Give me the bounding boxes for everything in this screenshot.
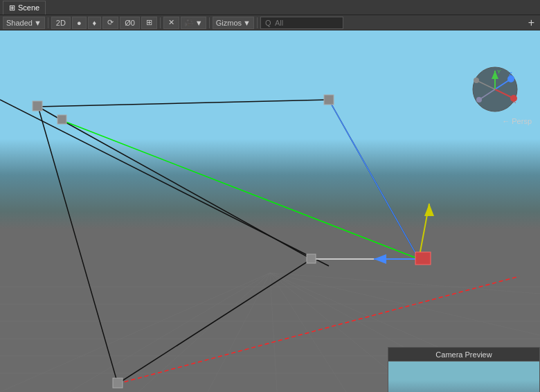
divider-4 bbox=[257, 17, 258, 28]
svg-marker-17 bbox=[38, 107, 312, 384]
svg-marker-29 bbox=[374, 254, 386, 264]
shading-chevron-icon: ▼ bbox=[34, 19, 42, 27]
transform-button[interactable]: ✕ bbox=[163, 17, 179, 29]
shading-dropdown[interactable]: Shaded ▼ bbox=[3, 17, 45, 29]
camera-dropdown[interactable]: 🎥 ▼ bbox=[181, 17, 206, 29]
svg-point-47 bbox=[476, 97, 482, 103]
scene-tab-label: Scene bbox=[18, 3, 39, 12]
svg-rect-32 bbox=[57, 115, 66, 124]
scene-toolbar: Shaded ▼ 2D ● ♦ ⟳ Ø0 ⊞ ✕ 🎥 ▼ Gizmos ▼ + bbox=[0, 15, 540, 30]
scene-overlay bbox=[0, 30, 540, 392]
svg-line-8 bbox=[138, 273, 270, 392]
orientation-gizmo[interactable]: Z Y X bbox=[471, 65, 519, 114]
light-tool-button[interactable]: ● bbox=[72, 17, 87, 29]
camera-preview-panel: Camera Preview bbox=[388, 347, 540, 392]
svg-line-7 bbox=[69, 273, 270, 392]
camera-icon: 🎥 bbox=[184, 18, 194, 27]
grid-tool-button[interactable]: ⊞ bbox=[141, 17, 157, 29]
shading-label: Shaded bbox=[6, 19, 33, 27]
divider-3 bbox=[209, 17, 210, 28]
svg-line-18 bbox=[0, 100, 329, 266]
camera-chevron-icon: ▼ bbox=[195, 19, 203, 27]
svg-line-11 bbox=[270, 273, 346, 392]
grid-icon: ⊞ bbox=[9, 3, 15, 12]
svg-line-26 bbox=[419, 204, 429, 259]
scene-tab-bar: ⊞ Scene bbox=[0, 0, 540, 15]
gizmos-dropdown[interactable]: Gizmos ▼ bbox=[213, 17, 254, 29]
gizmos-label: Gizmos bbox=[216, 19, 242, 27]
mode-2d-button[interactable]: 2D bbox=[51, 17, 71, 29]
svg-rect-30 bbox=[415, 252, 431, 265]
svg-rect-34 bbox=[307, 254, 316, 263]
svg-text:Z: Z bbox=[509, 71, 512, 77]
perspective-label: ← Persp bbox=[502, 117, 532, 125]
search-input[interactable] bbox=[260, 17, 343, 29]
svg-line-9 bbox=[208, 273, 270, 392]
svg-rect-33 bbox=[324, 95, 334, 105]
svg-point-49 bbox=[474, 78, 479, 83]
svg-rect-35 bbox=[113, 378, 123, 388]
camera-preview-content bbox=[388, 362, 539, 392]
divider-1 bbox=[48, 17, 48, 28]
render-tool-button[interactable]: Ø0 bbox=[120, 17, 140, 29]
divider-2 bbox=[160, 17, 161, 28]
effects-tool-button[interactable]: ⟳ bbox=[102, 17, 118, 29]
scene-viewport[interactable]: Z Y X ← Persp Camera Preview bbox=[0, 30, 540, 392]
svg-rect-31 bbox=[33, 101, 42, 111]
gizmos-chevron-icon: ▼ bbox=[243, 19, 251, 27]
svg-text:X: X bbox=[512, 98, 516, 105]
mode-2d-label: 2D bbox=[56, 19, 66, 27]
add-panel-button[interactable]: + bbox=[525, 17, 537, 29]
scene-tab[interactable]: ⊞ Scene bbox=[3, 1, 46, 15]
svg-marker-27 bbox=[424, 204, 434, 216]
svg-line-22 bbox=[62, 121, 419, 259]
svg-line-23 bbox=[329, 100, 419, 259]
svg-line-16 bbox=[270, 273, 540, 294]
audio-tool-button[interactable]: ♦ bbox=[88, 17, 102, 29]
svg-line-19 bbox=[38, 100, 329, 107]
svg-line-10 bbox=[270, 273, 277, 392]
svg-line-15 bbox=[270, 273, 540, 335]
svg-line-6 bbox=[0, 273, 270, 392]
svg-text:Y: Y bbox=[497, 69, 501, 75]
camera-preview-title: Camera Preview bbox=[388, 348, 539, 362]
svg-line-20 bbox=[329, 100, 419, 259]
